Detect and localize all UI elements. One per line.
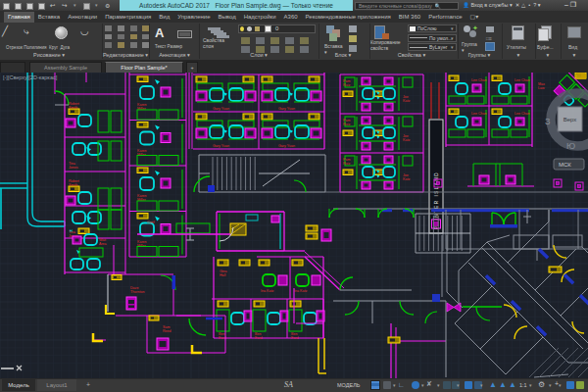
svg-text:H: H [70, 228, 73, 233]
svg-text:Katz: Katz [403, 99, 410, 103]
svg-text:Ю: Ю [566, 141, 575, 151]
svg-text:Reed: Reed [163, 329, 172, 333]
svg-text:Law: Law [538, 86, 545, 90]
svg-text:Ford: Ford [255, 336, 262, 340]
svg-text:Jones: Jones [69, 166, 78, 170]
svg-text:Katz: Katz [403, 177, 410, 181]
svg-text:Lee Chan: Lee Chan [471, 78, 487, 82]
svg-text:Ina Katz: Ina Katz [294, 289, 307, 293]
svg-text:Lee Chan: Lee Chan [471, 112, 487, 116]
svg-text:Gary Yuan: Gary Yuan [213, 144, 229, 148]
svg-text:З: З [545, 117, 550, 126]
svg-text:Ruiz: Ruiz [343, 162, 350, 166]
svg-text:Ruiz: Ruiz [343, 83, 350, 87]
svg-text:[-][Сверху][2D-каркас]: [-][Сверху][2D-каркас] [3, 74, 58, 80]
svg-text:Area: Area [99, 242, 107, 246]
svg-text:Hall: Hall [220, 273, 225, 277]
svg-text:Lee Chan: Lee Chan [514, 112, 530, 116]
svg-text:Gary Yuan: Gary Yuan [278, 107, 295, 111]
svg-text:Ina Katz: Ina Katz [261, 289, 273, 293]
svg-text:Thornton: Thornton [130, 290, 144, 294]
svg-text:Ford: Ford [291, 336, 298, 340]
svg-text:Ruiz: Ruiz [343, 122, 350, 126]
svg-text:Верх: Верх [564, 117, 577, 122]
svg-text:Gary Yuan: Gary Yuan [213, 107, 229, 111]
svg-text:Ford: Ford [219, 336, 225, 340]
svg-text:Smith: Smith [69, 183, 77, 187]
svg-text:Conf: Conf [147, 220, 155, 224]
svg-text:Katz: Katz [403, 138, 410, 142]
svg-text:Lee Chan: Lee Chan [514, 78, 530, 82]
svg-text:МСК: МСК [559, 162, 571, 168]
svg-text:Gary Yuan: Gary Yuan [278, 144, 295, 148]
svg-text:Smith: Smith [69, 106, 77, 110]
